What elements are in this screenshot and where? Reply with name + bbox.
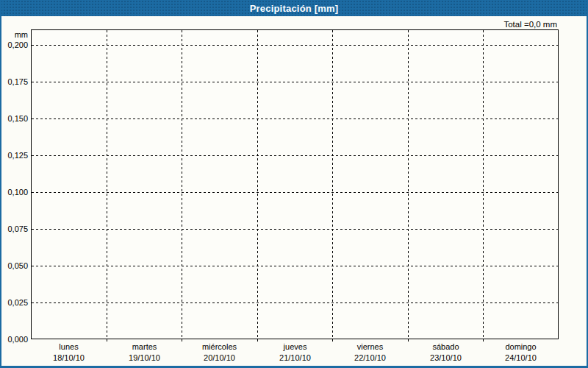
total-precipitation-label: Total =0,0 mm	[503, 20, 557, 29]
y-axis-unit-label: mm	[0, 30, 28, 39]
x-axis-day-label: martes19/10/10	[107, 342, 182, 364]
day-date: 21/10/10	[257, 353, 333, 364]
gridline-horizontal	[32, 192, 558, 193]
gridline-horizontal	[32, 118, 558, 119]
precipitation-chart-window: Precipitación [mm] Total =0,0 mm mm 0,20…	[0, 0, 588, 368]
gridline-horizontal	[32, 229, 558, 230]
x-axis-day-label: jueves21/10/10	[257, 342, 333, 364]
x-axis-day-label: viernes22/10/10	[332, 342, 408, 364]
gridline-vertical	[257, 30, 258, 339]
y-tick-label: 0,175	[0, 77, 28, 87]
x-axis-day-label: miércoles20/10/10	[182, 342, 257, 364]
day-date: 19/10/10	[107, 353, 182, 364]
gridline-vertical	[332, 30, 333, 339]
gridline-horizontal	[32, 82, 558, 82]
day-date: 24/10/10	[483, 353, 559, 364]
day-name: miércoles	[182, 342, 257, 353]
y-tick-label: 0,100	[0, 187, 28, 197]
gridline-horizontal	[32, 302, 558, 303]
y-tick-label: 0,000	[0, 334, 28, 344]
x-axis-day-label: sábado23/10/10	[408, 342, 484, 364]
day-name: viernes	[332, 342, 408, 353]
day-name: jueves	[257, 342, 333, 353]
frame-border-left	[0, 0, 1, 368]
chart-title-bar: Precipitación [mm]	[0, 0, 588, 16]
day-date: 22/10/10	[332, 353, 408, 364]
gridline-horizontal	[32, 45, 558, 46]
gridline-vertical	[483, 30, 484, 339]
gridline-vertical	[107, 30, 107, 339]
x-axis-day-label: domingo24/10/10	[483, 342, 559, 364]
plot-area	[31, 29, 559, 339]
day-name: sábado	[408, 342, 484, 353]
y-tick-label: 0,075	[0, 224, 28, 234]
gridline-vertical	[182, 30, 182, 339]
y-tick-label: 0,200	[0, 40, 28, 50]
day-name: lunes	[31, 342, 107, 353]
day-name: domingo	[483, 342, 559, 353]
y-tick-label: 0,150	[0, 113, 28, 124]
y-tick-label: 0,125	[0, 150, 28, 160]
y-tick-label: 0,050	[0, 261, 28, 271]
gridline-horizontal	[32, 266, 558, 266]
day-date: 20/10/10	[182, 353, 257, 364]
chart-title: Precipitación [mm]	[250, 3, 339, 14]
day-date: 23/10/10	[408, 353, 484, 364]
gridline-horizontal	[32, 155, 558, 156]
day-date: 18/10/10	[31, 353, 107, 364]
day-name: martes	[107, 342, 182, 353]
x-axis-day-label: lunes18/10/10	[31, 342, 107, 364]
y-tick-label: 0,025	[0, 297, 28, 308]
gridline-vertical	[408, 30, 409, 339]
